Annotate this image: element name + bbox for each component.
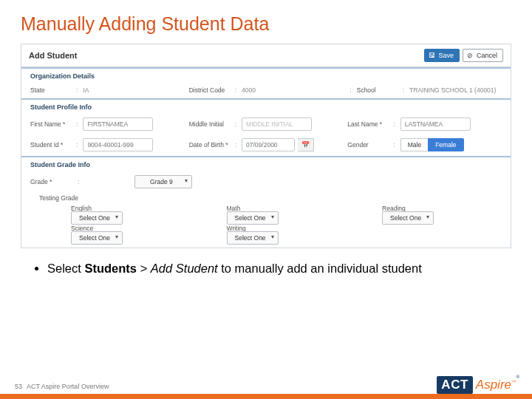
panel-title: Add Student [29,51,77,60]
state-value: IA [83,86,89,94]
writing-dropdown[interactable]: Select One [227,231,279,245]
gender-female-button[interactable]: Female [428,138,463,151]
last-name-input[interactable]: LASTNAMEA [400,117,471,131]
profile-header: Student Profile Info [21,100,511,115]
cancel-icon: ⊘ [467,52,473,59]
footer-text: 53ACT Aspire Portal Overview [15,383,109,390]
save-button[interactable]: 🖫Save [424,49,460,62]
middle-initial-input[interactable]: MIDDLE INITIAL [242,117,312,131]
student-id-label: Student Id * [30,141,71,149]
save-icon: 🖫 [429,52,435,59]
district-value: 4000 [242,86,256,94]
grade-label: Grade * [30,178,71,185]
org-details-header: Organization Details [21,69,511,83]
testing-grade-label: Testing Grade [39,194,78,202]
first-name-input[interactable]: FIRSTNAMEA [83,117,153,131]
first-name-label: First Name * [30,120,71,128]
state-label: State [30,86,71,94]
student-id-input[interactable]: 9004-40001-999 [83,138,153,151]
dob-input[interactable]: 07/09/2000 [242,138,295,151]
reading-dropdown[interactable]: Select One [382,211,434,225]
school-label: School [357,86,398,94]
grade-dropdown[interactable]: Grade 9 [134,175,192,188]
page-number: 53 [15,383,22,390]
footer-accent-bar [0,394,532,399]
english-dropdown[interactable]: Select One [71,211,123,225]
gender-label: Gender [347,141,388,149]
district-label: District Code [189,86,230,94]
instruction-bullet: Select Students > Add Student to manuall… [47,262,511,276]
slide-title: Manually Adding Student Data [21,13,511,35]
grade-info-header: Student Grade Info [21,157,511,172]
last-name-label: Last Name * [347,120,388,128]
school-value: TRAINING SCHOOL 1 (40001) [409,86,496,94]
gender-male-button[interactable]: Male [400,138,428,151]
calendar-icon[interactable]: 📅 [298,138,314,151]
middle-initial-label: Middle Initial [189,120,230,128]
act-aspire-logo: ACT® Aspire™ [437,376,516,394]
dob-label: Date of Birth * [189,141,230,149]
math-dropdown[interactable]: Select One [227,211,279,225]
science-dropdown[interactable]: Select One [71,231,123,245]
cancel-button[interactable]: ⊘Cancel [463,49,503,62]
add-student-panel: Add Student 🖫Save ⊘Cancel Organization D… [21,44,511,248]
